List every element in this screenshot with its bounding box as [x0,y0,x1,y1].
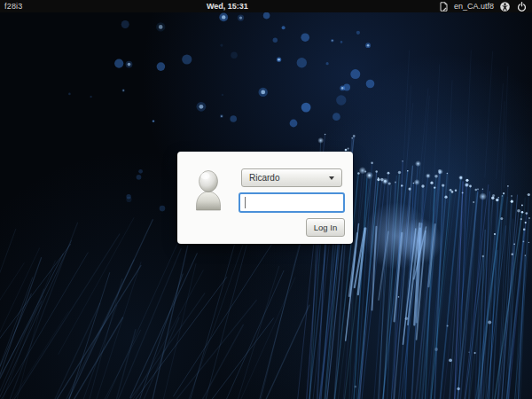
user-select-value: Ricardo [249,173,279,183]
text-caret [245,197,246,208]
login-dialog: Ricardo Log In [177,152,353,244]
hostname-label: f28i3 [4,0,23,12]
accessibility-icon[interactable] [500,2,510,12]
password-input[interactable] [239,192,345,213]
keyboard-layout-icon[interactable] [439,2,449,12]
user-avatar-icon [192,169,225,211]
login-button[interactable]: Log In [306,218,345,237]
power-icon[interactable] [517,2,527,12]
chevron-down-icon [329,176,334,180]
locale-indicator[interactable]: en_CA.utf8 [454,0,494,12]
top-bar: f28i3 Wed, 15:31 en_CA.utf8 [0,0,532,12]
clock[interactable]: Wed, 15:31 [207,0,248,12]
user-select[interactable]: Ricardo [241,168,342,187]
password-field-wrap [239,192,345,213]
